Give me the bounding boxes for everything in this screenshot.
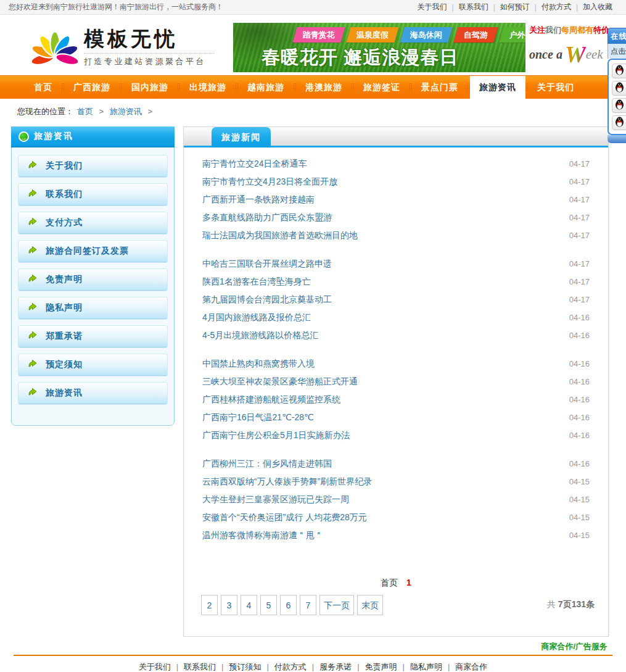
news-link[interactable]: 多条直航线路助力广西民众东盟游 [202, 212, 332, 223]
nav-item-3[interactable]: 出境旅游 [180, 76, 236, 99]
footer-link-0[interactable]: 关于我们 [139, 662, 171, 671]
news-link[interactable]: 大学生登封三皇寨景区游玩已失踪一周 [202, 494, 349, 505]
sidebar-item-4[interactable]: 免责声明 [18, 268, 168, 291]
news-link[interactable]: 安徽首个“天价奥运团”成行 人均花费28万元 [202, 512, 367, 523]
qq-service-button-3[interactable] [612, 115, 626, 130]
sidebar-item-0[interactable]: 关于我们 [18, 155, 168, 177]
news-link[interactable]: 广西桂林搭建游船航运视频监控系统 [202, 394, 340, 405]
qq-service-button-1[interactable] [612, 81, 626, 96]
banner-tag-1[interactable]: 温泉度假 [346, 27, 398, 43]
online-service-panel [607, 59, 626, 135]
news-link[interactable]: 温州游客微博称海南游遭＂甩＂ [202, 530, 323, 541]
page-button-5[interactable]: 5 [260, 595, 277, 615]
nav-item-7[interactable]: 景点门票 [412, 76, 467, 99]
separator: | [576, 3, 578, 12]
nav-item-2[interactable]: 国内旅游 [122, 76, 178, 99]
pagination-first-label[interactable]: 首页 [381, 578, 398, 587]
sidebar-item-2[interactable]: 支付方式 [18, 212, 168, 234]
news-list: 南宁青竹立交24日全桥通车04-17南宁市青竹立交4月23日将全面开放04-17… [184, 147, 608, 544]
nav-item-4[interactable]: 越南旅游 [238, 76, 294, 99]
news-row: 云南西双版纳“万人傣族手势舞”刷新世界纪录04-15 [202, 473, 590, 491]
topbar-link-2[interactable]: 如何预订 [500, 2, 530, 12]
arrow-circle-icon: → [19, 131, 29, 142]
pagination-current: 首页1 [184, 578, 608, 589]
banner-tag-3[interactable]: 自驾游 [453, 27, 498, 43]
topbar-link-3[interactable]: 付款方式 [542, 2, 571, 12]
news-date: 04-17 [569, 177, 590, 186]
news-link[interactable]: 广西南宁住房公积金5月1日实施新办法 [202, 430, 350, 441]
topbar-link-0[interactable]: 关于我们 [418, 2, 447, 12]
page-button-7[interactable]: 7 [300, 595, 316, 615]
footer-link-3[interactable]: 付款方式 [274, 662, 307, 671]
nav-item-8[interactable]: 旅游资讯 [470, 76, 525, 99]
news-link[interactable]: 中国禁止熟肉和燕窝携带入境 [202, 359, 315, 370]
news-link[interactable]: 广西南宁16日气温21℃-28℃ [202, 412, 314, 423]
banner-tag-2[interactable]: 海岛休闲 [400, 27, 452, 43]
sidebar-item-5[interactable]: 隐私声明 [18, 297, 168, 319]
separator: | [535, 3, 537, 12]
logo-text: 模板无忧 打造专业建站资源聚合平台 [84, 27, 215, 67]
peacock-logo-icon [32, 21, 78, 73]
news-date: 04-16 [569, 331, 590, 340]
next-page-button[interactable]: 下一页 [319, 595, 354, 615]
topbar-link-4[interactable]: 加入收藏 [583, 2, 612, 12]
online-service-tab[interactable]: 在线客服 [607, 28, 626, 44]
page-button-2[interactable]: 2 [201, 595, 218, 615]
news-date: 04-17 [569, 231, 590, 240]
news-link[interactable]: 南宁青竹立交24日全桥通车 [202, 159, 307, 170]
nav-item-0[interactable]: 首页 [25, 76, 62, 99]
news-row: 广西南宁16日气温21℃-28℃04-16 [202, 409, 590, 426]
qq-service-button-0[interactable] [612, 64, 626, 78]
nav-item-9[interactable]: 关于我们 [528, 76, 583, 99]
banner-tag-0[interactable]: 踏青赏花 [292, 27, 345, 43]
footer-link-7[interactable]: 商家合作 [455, 662, 487, 671]
sidebar-item-1[interactable]: 联系我们 [18, 183, 168, 205]
news-link[interactable]: 三峡大坝至神农架景区豪华游船正式开通 [202, 376, 358, 388]
green-arrow-icon [28, 302, 38, 313]
news-row: 安徽首个“天价奥运团”成行 人均花费28万元04-15 [202, 508, 590, 526]
news-link[interactable]: 云南西双版纳“万人傣族手势舞”刷新世界纪录 [202, 476, 372, 487]
footer-link-6[interactable]: 隐私声明 [410, 662, 442, 671]
news-date: 04-15 [569, 495, 590, 504]
separator: | [493, 3, 495, 12]
news-link[interactable]: 4-5月出境旅游线路以价格总汇 [202, 330, 318, 341]
nav-item-5[interactable]: 港澳旅游 [296, 76, 352, 99]
news-row: 陕西1名游客在台湾坠海身亡04-17 [202, 273, 590, 291]
news-link[interactable]: 广西柳州三江：侗乡风情走进韩国 [202, 458, 332, 470]
nav-item-6[interactable]: 旅游签证 [354, 76, 410, 99]
news-link[interactable]: 南宁市青竹立交4月23日将全面开放 [202, 176, 337, 188]
green-arrow-icon [28, 246, 38, 257]
footer-link-4[interactable]: 服务承诺 [319, 662, 352, 671]
news-date: 04-16 [569, 459, 590, 468]
footer-link-1[interactable]: 联系我们 [184, 662, 216, 671]
news-link[interactable]: 瑞士法国成为我国旅游者首选欧洲目的地 [202, 230, 358, 241]
breadcrumb-link-1[interactable]: 旅游资讯 [110, 107, 142, 116]
sidebar-title: 旅游资讯 [34, 131, 73, 142]
qq-service-button-2[interactable] [612, 98, 626, 113]
sidebar-item-7[interactable]: 预定须知 [18, 354, 168, 376]
page-button-3[interactable]: 3 [221, 595, 237, 615]
page-button-4[interactable]: 4 [241, 595, 257, 615]
promo-banner[interactable]: 踏青赏花温泉度假海岛休闲自驾游户外旅游 春暖花开 邂逅浪漫春日 [233, 23, 525, 72]
news-link[interactable]: 4月国内旅游线路及报价总汇 [202, 312, 311, 323]
nav-item-1[interactable]: 广西旅游 [64, 76, 120, 99]
sidebar-item-6[interactable]: 郑重承诺 [18, 325, 168, 347]
banner-tag-4[interactable]: 户外旅游 [499, 27, 525, 43]
logo-subtitle: 打造专业建站资源聚合平台 [84, 56, 215, 67]
last-page-button[interactable]: 末页 [357, 595, 383, 615]
news-link[interactable]: 第九届园博会台湾园北京奠基动工 [202, 294, 332, 305]
news-link[interactable]: 中哈吉三国联合开展丝绸之路申遗 [202, 259, 332, 270]
sidebar-item-3[interactable]: 旅游合同签订及发票 [18, 240, 168, 262]
tab-travel-news[interactable]: 旅游新闻 [212, 127, 271, 147]
business-cooperation-link[interactable]: 商家合作/广告服务 [541, 641, 607, 652]
page-button-6[interactable]: 6 [280, 595, 297, 615]
topbar-link-1[interactable]: 联系我们 [459, 2, 488, 12]
sidebar-menu: 关于我们联系我们支付方式旅游合同签订及发票免责声明隐私声明郑重承诺预定须知旅游资… [12, 147, 174, 404]
site-logo[interactable]: 模板无忧 打造专业建站资源聚合平台 [32, 21, 215, 73]
footer-link-5[interactable]: 免责声明 [365, 662, 397, 671]
sidebar-item-8[interactable]: 旅游资讯 [18, 382, 168, 404]
news-link[interactable]: 广西新开通一条铁路对接越南 [202, 194, 315, 205]
breadcrumb-link-0[interactable]: 首页 [77, 107, 93, 116]
footer-link-2[interactable]: 预订须知 [229, 662, 261, 671]
news-link[interactable]: 陕西1名游客在台湾坠海身亡 [202, 276, 311, 288]
